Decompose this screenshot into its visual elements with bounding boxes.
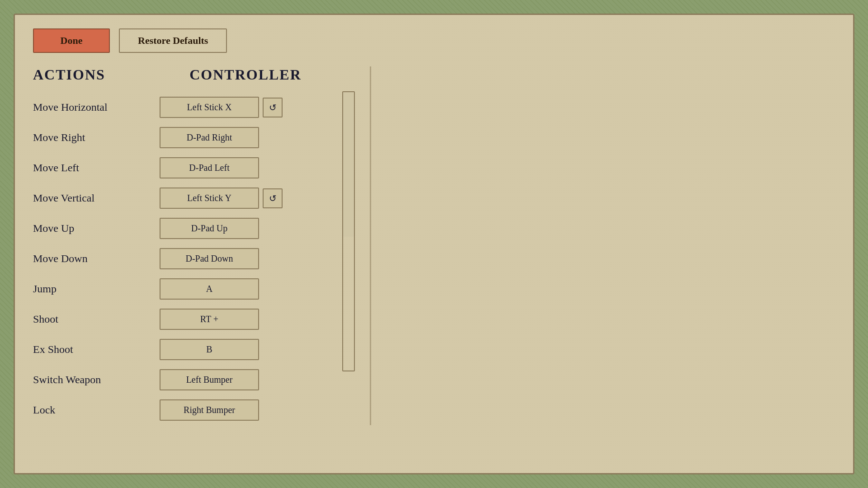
action-label: Move Horizontal — [33, 101, 160, 113]
mapping-row: Move UpD-Pad Up — [33, 213, 331, 244]
mapping-row: JumpA — [33, 274, 331, 304]
done-button[interactable]: Done — [33, 28, 110, 53]
action-label: Move Right — [33, 131, 160, 144]
mapping-row: Switch WeaponLeft Bumper — [33, 365, 331, 395]
binding-area: RT + — [160, 309, 259, 330]
restore-defaults-button[interactable]: Restore Defaults — [119, 28, 227, 53]
binding-button[interactable]: RT + — [160, 309, 259, 330]
binding-button[interactable]: Left Stick Y — [160, 188, 259, 209]
binding-area: D-Pad Down — [160, 248, 259, 269]
settings-panel: Done Restore Defaults ACTIONS CONTROLLER… — [14, 14, 854, 474]
binding-area: Left Stick Y↺ — [160, 188, 283, 209]
columns-header: ACTIONS CONTROLLER — [33, 66, 331, 83]
binding-area: Right Bumper — [160, 399, 259, 421]
binding-button[interactable]: D-Pad Right — [160, 127, 259, 148]
action-label: Ex Shoot — [33, 343, 160, 356]
binding-button[interactable]: D-Pad Up — [160, 218, 259, 239]
action-label: Move Left — [33, 162, 160, 174]
left-section: ACTIONS CONTROLLER Move HorizontalLeft S… — [33, 66, 331, 425]
mapping-row: Ex ShootB — [33, 334, 331, 365]
binding-button[interactable]: A — [160, 278, 259, 300]
binding-button[interactable]: Left Bumper — [160, 369, 259, 390]
scrollbar-area — [336, 66, 361, 425]
action-label: Move Vertical — [33, 192, 160, 204]
binding-button[interactable]: D-Pad Down — [160, 248, 259, 269]
scrollbar-track[interactable] — [342, 91, 355, 371]
actions-column-header: ACTIONS — [33, 66, 160, 83]
binding-button[interactable]: Right Bumper — [160, 399, 259, 421]
action-label: Jump — [33, 283, 160, 295]
binding-area: B — [160, 339, 259, 360]
mappings-list: Move HorizontalLeft Stick X↺Move RightD-… — [33, 92, 331, 425]
mapping-row: ShootRT + — [33, 304, 331, 334]
controller-column-header: CONTROLLER — [160, 66, 331, 83]
binding-area: D-Pad Left — [160, 157, 259, 178]
binding-area: Left Bumper — [160, 369, 259, 390]
action-label: Lock — [33, 404, 160, 416]
binding-area: A — [160, 278, 259, 300]
mapping-row: Move VerticalLeft Stick Y↺ — [33, 183, 331, 213]
mapping-row: Move RightD-Pad Right — [33, 122, 331, 153]
right-panel — [380, 66, 835, 425]
action-label: Switch Weapon — [33, 374, 160, 386]
binding-button[interactable]: B — [160, 339, 259, 360]
scrollbar-thumb — [343, 92, 354, 237]
top-buttons: Done Restore Defaults — [33, 28, 835, 53]
binding-area: D-Pad Right — [160, 127, 259, 148]
action-label: Move Down — [33, 253, 160, 265]
refresh-icon[interactable]: ↺ — [263, 98, 283, 117]
mapping-row: Move HorizontalLeft Stick X↺ — [33, 92, 331, 122]
content-area: ACTIONS CONTROLLER Move HorizontalLeft S… — [33, 66, 835, 425]
action-label: Move Up — [33, 222, 160, 235]
vertical-divider — [370, 66, 371, 425]
mapping-row: Move DownD-Pad Down — [33, 244, 331, 274]
mapping-row: Move LeftD-Pad Left — [33, 153, 331, 183]
binding-area: Left Stick X↺ — [160, 97, 283, 118]
refresh-icon[interactable]: ↺ — [263, 188, 283, 208]
action-label: Shoot — [33, 313, 160, 325]
binding-button[interactable]: Left Stick X — [160, 97, 259, 118]
binding-button[interactable]: D-Pad Left — [160, 157, 259, 178]
binding-area: D-Pad Up — [160, 218, 259, 239]
mapping-row: LockRight Bumper — [33, 395, 331, 425]
